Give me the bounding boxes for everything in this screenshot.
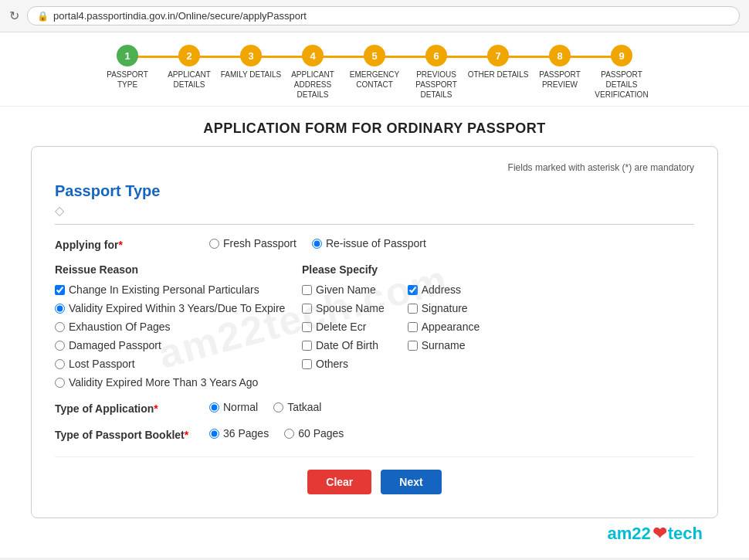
booklet-36pages[interactable]: 36 Pages	[209, 427, 269, 440]
type-of-booklet-controls: 36 Pages60 Pages	[209, 427, 344, 440]
page: 1PASSPORT TYPE2APPLICANT DETAILS3FAMILY …	[0, 32, 749, 558]
lock-icon: 🔒	[37, 11, 49, 22]
reissue-reason-section: Reissue Reason Change In Existing Person…	[55, 263, 302, 389]
step-label-8: PASSPORT PREVIEW	[529, 70, 591, 90]
step-label-9: PASSPORT DETAILS VERIFICATION	[591, 70, 652, 100]
reissue-option-validity3[interactable]: Validity Expired Within 3 Years/Due To E…	[55, 302, 302, 314]
specify-spouse_name[interactable]: Spouse Name	[302, 302, 385, 314]
app-type-normal[interactable]: Normal	[209, 401, 258, 413]
step-2: 2APPLICANT DETAILS	[158, 45, 220, 90]
applying-for-reissue[interactable]: Re-issue of Passport	[312, 237, 426, 249]
step-9: 9PASSPORT DETAILS VERIFICATION	[591, 45, 652, 100]
step-4: 4APPLICANT ADDRESS DETAILS	[282, 45, 344, 100]
specify-given_name[interactable]: Given Name	[302, 283, 385, 296]
type-of-application-label: Type of Application*	[55, 401, 209, 415]
step-3: 3FAMILY DETAILS	[220, 45, 282, 80]
type-of-application-controls: NormalTatkaal	[209, 401, 321, 413]
specify-date_of_birth[interactable]: Date Of Birth	[302, 339, 385, 351]
specify-others[interactable]: Others	[302, 358, 385, 370]
step-8: 8PASSPORT PREVIEW	[529, 45, 591, 90]
section-divider	[55, 224, 694, 225]
reissue-option-damaged[interactable]: Damaged Passport	[55, 339, 302, 351]
step-label-5: EMERGENCY CONTACT	[344, 70, 405, 90]
step-label-3: FAMILY DETAILS	[221, 70, 281, 80]
app-type-tatkaal[interactable]: Tatkaal	[273, 401, 321, 413]
branding: am22 ❤ tech	[607, 524, 703, 544]
type-of-booklet-row: Type of Passport Booklet* 36 Pages60 Pag…	[55, 427, 694, 441]
applying-for-controls: Fresh PassportRe-issue of Passport	[209, 237, 426, 249]
step-5: 5EMERGENCY CONTACT	[344, 45, 405, 90]
clear-button[interactable]: Clear	[307, 470, 371, 494]
reissue-option-validity3more[interactable]: Validity Expired More Than 3 Years Ago	[55, 376, 302, 389]
step-1: 1PASSPORT TYPE	[97, 45, 158, 90]
specify-address[interactable]: Address	[408, 283, 480, 296]
diamond-icon: ◇	[55, 203, 694, 218]
step-circle-7[interactable]: 7	[487, 45, 509, 66]
booklet-60pages[interactable]: 60 Pages	[284, 427, 344, 440]
applying-for-fresh[interactable]: Fresh Passport	[209, 237, 297, 249]
branding-left: am22	[607, 524, 650, 544]
step-circle-2[interactable]: 2	[178, 45, 200, 66]
please-specify-section: Please Specify Given NameSpouse NameDele…	[302, 263, 694, 389]
please-specify-col1: Given NameSpouse NameDelete EcrDate Of B…	[302, 283, 385, 370]
specify-delete_ecr[interactable]: Delete Ecr	[302, 321, 385, 333]
step-circle-6[interactable]: 6	[425, 45, 447, 66]
please-specify-cols: Given NameSpouse NameDelete EcrDate Of B…	[302, 283, 694, 370]
browser-bar: ↻ 🔒 portal4.passportindia.gov.in/Online/…	[0, 0, 749, 32]
reissue-option-exhaustion[interactable]: Exhaustion Of Pages	[55, 321, 302, 333]
progress-bar: 1PASSPORT TYPE2APPLICANT DETAILS3FAMILY …	[0, 32, 749, 107]
step-circle-1[interactable]: 1	[117, 45, 138, 66]
step-circle-8[interactable]: 8	[549, 45, 571, 66]
step-7: 7OTHER DETAILS	[467, 45, 529, 80]
applying-for-label: Applying for*	[55, 237, 209, 251]
step-label-2: APPLICANT DETAILS	[158, 70, 220, 90]
form-card: Fields marked with asterisk (*) are mand…	[31, 146, 718, 518]
step-label-4: APPLICANT ADDRESS DETAILS	[282, 70, 344, 100]
applying-for-row: Applying for* Fresh PassportRe-issue of …	[55, 237, 694, 251]
section-title: Passport Type	[55, 182, 694, 200]
specify-signature[interactable]: Signature	[408, 302, 480, 314]
next-button[interactable]: Next	[381, 470, 441, 494]
step-label-6: PREVIOUS PASSPORT DETAILS	[405, 70, 467, 100]
branding-heart: ❤	[652, 524, 666, 544]
button-row: Clear Next	[55, 456, 694, 494]
step-label-1: PASSPORT TYPE	[97, 70, 158, 90]
reissue-reason-title: Reissue Reason	[55, 263, 302, 276]
specify-surname[interactable]: Surname	[408, 339, 480, 351]
mandatory-note: Fields marked with asterisk (*) are mand…	[55, 162, 694, 173]
url-text: portal4.passportindia.gov.in/Online/secu…	[53, 10, 307, 22]
step-label-7: OTHER DETAILS	[468, 70, 529, 80]
step-circle-3[interactable]: 3	[240, 45, 262, 66]
step-circle-4[interactable]: 4	[302, 45, 324, 66]
refresh-icon[interactable]: ↻	[9, 8, 19, 23]
type-of-booklet-label: Type of Passport Booklet*	[55, 427, 209, 441]
reissue-option-lost[interactable]: Lost Passport	[55, 358, 302, 370]
step-circle-5[interactable]: 5	[364, 45, 385, 66]
page-title: APPLICATION FORM FOR ORDINARY PASSPORT	[0, 107, 749, 146]
address-bar[interactable]: 🔒 portal4.passportindia.gov.in/Online/se…	[27, 6, 740, 25]
specify-appearance[interactable]: Appearance	[408, 321, 480, 333]
reissue-section: Reissue Reason Change In Existing Person…	[55, 263, 694, 389]
reissue-option-change[interactable]: Change In Existing Personal Particulars	[55, 283, 302, 296]
step-circle-9[interactable]: 9	[611, 45, 632, 66]
please-specify-col2: AddressSignatureAppearanceSurname	[408, 283, 480, 370]
please-specify-title: Please Specify	[302, 263, 694, 276]
type-of-application-row: Type of Application* NormalTatkaal	[55, 401, 694, 415]
branding-right: tech	[668, 524, 703, 544]
step-6: 6PREVIOUS PASSPORT DETAILS	[405, 45, 467, 100]
reissue-reason-options: Change In Existing Personal ParticularsV…	[55, 283, 302, 389]
